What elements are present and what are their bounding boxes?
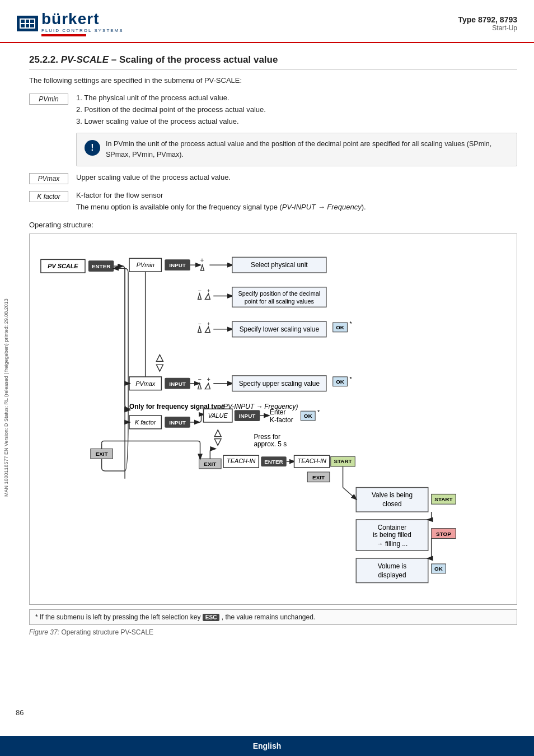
diagram-container: PV SCALE ENTER PVmin INPUT + bbox=[29, 234, 517, 605]
svg-text:Specify position of the decima: Specify position of the decimal bbox=[238, 290, 321, 297]
intro-text: The following settings are specified in … bbox=[29, 76, 517, 85]
svg-text:Enter: Enter bbox=[270, 409, 285, 417]
kfactor-label: K factor bbox=[29, 191, 68, 202]
svg-text:Valve is being: Valve is being bbox=[372, 492, 413, 500]
svg-text:INPUT: INPUT bbox=[239, 413, 256, 419]
logo-area: bürkert FLUID CONTROL SYSTEMS bbox=[17, 10, 124, 36]
header-type: Type 8792, 8793 bbox=[458, 15, 517, 24]
svg-text:PVmin: PVmin bbox=[137, 262, 154, 269]
footnote-text-before: * If the submenu is left by pressing the… bbox=[35, 613, 203, 621]
pvmin-label: PVmin bbox=[29, 94, 68, 105]
svg-marker-11 bbox=[201, 265, 204, 271]
svg-marker-68 bbox=[214, 430, 221, 437]
footnote: * If the submenu is left by pressing the… bbox=[29, 609, 517, 625]
svg-text:ENTER: ENTER bbox=[92, 264, 110, 270]
svg-text:is being filled: is being filled bbox=[373, 531, 411, 539]
svg-text:*: * bbox=[317, 409, 320, 416]
svg-text:EXIT: EXIT bbox=[204, 461, 216, 467]
svg-text:PV SCALE: PV SCALE bbox=[48, 263, 78, 270]
svg-text:point for all scaling values: point for all scaling values bbox=[245, 298, 315, 305]
svg-text:INPUT: INPUT bbox=[169, 419, 186, 426]
svg-marker-69 bbox=[214, 439, 221, 446]
figure-caption: Figure 37: Operating structure PV-SCALE bbox=[29, 628, 517, 636]
svg-text:TEACH-IN: TEACH-IN bbox=[298, 458, 326, 465]
pvmax-row: PVmax Upper scaling value of the process… bbox=[29, 172, 517, 184]
svg-text:Specify lower scaling value: Specify lower scaling value bbox=[240, 325, 320, 333]
svg-marker-17 bbox=[198, 294, 202, 300]
svg-text:TEACH-IN: TEACH-IN bbox=[227, 458, 255, 465]
footnote-text-after: , the value remains unchanged. bbox=[222, 613, 315, 621]
info-icon: ! bbox=[85, 140, 100, 156]
svg-text:ENTER: ENTER bbox=[264, 459, 283, 465]
svg-text:START: START bbox=[334, 459, 352, 465]
footer-language: English bbox=[253, 741, 282, 750]
svg-text:K factor: K factor bbox=[135, 419, 156, 426]
svg-text:*: * bbox=[349, 320, 352, 327]
svg-text:*: * bbox=[349, 376, 352, 382]
pvmax-label: PVmax bbox=[29, 173, 68, 184]
svg-text:EXIT: EXIT bbox=[96, 451, 108, 458]
svg-text:displayed: displayed bbox=[378, 571, 406, 579]
svg-text:→ filling ...: → filling ... bbox=[377, 540, 407, 548]
info-box: ! In PVmin the unit of the process actua… bbox=[76, 133, 517, 166]
svg-marker-33 bbox=[156, 355, 163, 362]
sidebar-text: MAN 1000118577 EN Version: D Status: RL … bbox=[0, 73, 12, 722]
section-title: 25.2.2. PV-SCALE – Scaling of the proces… bbox=[29, 54, 517, 69]
svg-text:K-factor: K-factor bbox=[270, 416, 293, 424]
footer: English bbox=[0, 736, 534, 756]
svg-text:Volume is: Volume is bbox=[378, 562, 406, 570]
svg-marker-25 bbox=[198, 327, 202, 333]
header-subtitle: Start-Up bbox=[458, 24, 517, 32]
svg-text:OK: OK bbox=[336, 324, 345, 330]
svg-text:VALUE: VALUE bbox=[208, 412, 228, 419]
pvmax-text: Upper scaling value of the process actua… bbox=[76, 172, 231, 184]
pvmin-row: PVmin 1. The physical unit of the proces… bbox=[29, 92, 517, 127]
pvmin-text: 1. The physical unit of the process actu… bbox=[76, 92, 266, 127]
page-number: 86 bbox=[16, 708, 24, 717]
svg-marker-18 bbox=[205, 294, 210, 300]
logo-sub: FLUID CONTROL SYSTEMS bbox=[41, 28, 124, 33]
svg-text:STOP: STOP bbox=[436, 531, 451, 537]
svg-text:Press for: Press for bbox=[254, 433, 280, 441]
logo-main: bürkert bbox=[41, 10, 124, 28]
svg-text:closed: closed bbox=[382, 501, 401, 508]
info-text: In PVmin the unit of the process actual … bbox=[106, 139, 509, 160]
svg-marker-34 bbox=[156, 365, 163, 372]
svg-text:Specify upper scaling value: Specify upper scaling value bbox=[239, 380, 320, 388]
svg-text:+: + bbox=[200, 257, 204, 265]
svg-text:OK: OK bbox=[434, 566, 443, 572]
svg-text:approx. 5 s: approx. 5 s bbox=[254, 441, 287, 449]
header-right: Type 8792, 8793 Start-Up bbox=[458, 15, 517, 32]
esc-badge: ESC bbox=[203, 614, 220, 621]
op-structure-title: Operating structure: bbox=[29, 221, 517, 229]
svg-text:EXIT: EXIT bbox=[312, 474, 325, 480]
svg-text:OK: OK bbox=[304, 413, 313, 419]
svg-marker-43 bbox=[198, 384, 202, 389]
svg-text:Container: Container bbox=[378, 524, 406, 531]
svg-text:−: − bbox=[198, 376, 202, 382]
kfactor-text: K-factor for the flow sensor The menu op… bbox=[76, 190, 366, 213]
svg-marker-26 bbox=[205, 327, 210, 333]
svg-text:INPUT: INPUT bbox=[169, 381, 186, 387]
kfactor-row: K factor K-factor for the flow sensor Th… bbox=[29, 190, 517, 213]
svg-text:(PV-INPUT → Frequency): (PV-INPUT → Frequency) bbox=[221, 403, 298, 411]
header: bürkert FLUID CONTROL SYSTEMS Type 8792,… bbox=[0, 0, 534, 43]
svg-line-91 bbox=[343, 488, 357, 500]
svg-text:+: + bbox=[207, 376, 210, 382]
svg-marker-44 bbox=[205, 384, 210, 389]
svg-text:PVmax: PVmax bbox=[135, 380, 156, 387]
svg-text:Select physical unit: Select physical unit bbox=[251, 262, 308, 269]
svg-text:START: START bbox=[434, 497, 452, 503]
svg-text:INPUT: INPUT bbox=[169, 263, 186, 269]
svg-text:OK: OK bbox=[336, 379, 345, 385]
diagram-svg: PV SCALE ENTER PVmin INPUT + bbox=[35, 242, 511, 595]
